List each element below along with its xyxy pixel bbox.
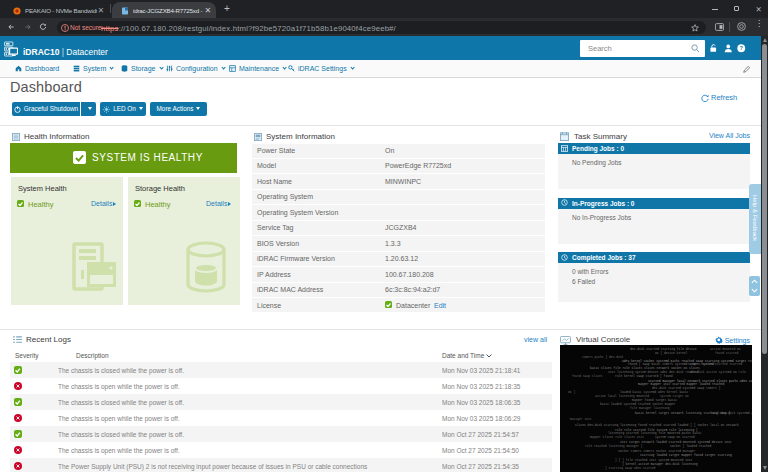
svg-text:?: ? [740,45,744,51]
